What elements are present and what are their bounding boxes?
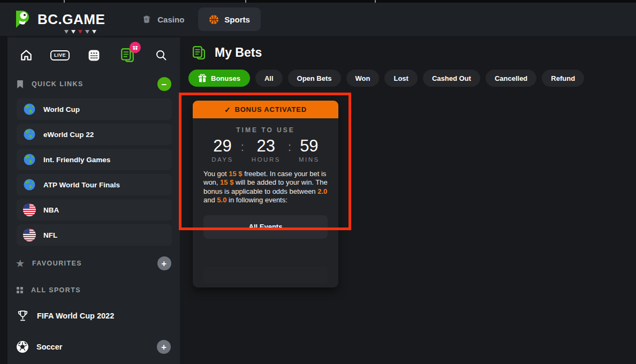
- expand-soccer-button[interactable]: +: [157, 340, 171, 354]
- favourites-header: ★ FAVOURITES +: [7, 256, 180, 270]
- odds-max: 5.0: [217, 196, 226, 204]
- tab-casino[interactable]: Casino: [131, 7, 195, 31]
- countdown-days: 29 DAYS: [211, 138, 233, 163]
- casino-cards-icon: [141, 14, 152, 25]
- all-sports-header: ALL SPORTS: [7, 286, 180, 294]
- filter-chips: Bonuses All Open Bets Won Lost Cashed Ou…: [188, 70, 584, 87]
- all-sports-label: ALL SPORTS: [31, 286, 81, 294]
- time-to-use-label: TIME TO USE: [193, 126, 338, 134]
- all-events-button[interactable]: All Events: [203, 215, 328, 239]
- days-label: DAYS: [211, 156, 233, 163]
- filter-label: Won: [355, 74, 370, 82]
- bonus-countdown: 29 DAYS : 23 HOURS : 59 MINS: [193, 138, 338, 163]
- tab-casino-label: Casino: [157, 15, 184, 24]
- quick-link-label: World Cup: [43, 105, 80, 113]
- logo-text: BC.GAME: [37, 11, 105, 28]
- bonus-activated-banner: ✓ BONUS ACTIVATED: [193, 101, 338, 118]
- globe-icon: [23, 178, 36, 191]
- bcgame-logo-icon: [12, 9, 33, 30]
- sidebar-item-nba[interactable]: NBA: [17, 199, 172, 221]
- hours-value: 23: [252, 138, 281, 155]
- quick-link-label: Int. Friendly Games: [43, 156, 110, 164]
- bonus-card: ✓ BONUS ACTIVATED TIME TO USE 29 DAYS : …: [193, 101, 338, 287]
- sidebar-icon-nav: LIVE: [7, 37, 180, 64]
- win-amount: 15 $: [220, 178, 233, 186]
- sidebar-item-nfl[interactable]: NFL: [17, 224, 172, 246]
- quick-link-label: eWorld Cup 22: [43, 131, 94, 139]
- filter-label: Bonuses: [211, 74, 240, 82]
- odds-min: 2.0: [317, 187, 327, 195]
- tab-sports[interactable]: Sports: [198, 7, 261, 31]
- sidebar-item-int-friendly-games[interactable]: Int. Friendly Games: [17, 149, 172, 170]
- sidebar-item-fifa-world-cup-2022[interactable]: FIFA World Cup 2022: [7, 309, 180, 323]
- filter-open-bets[interactable]: Open Bets: [288, 70, 341, 87]
- grid-icon: [16, 286, 24, 294]
- mins-value: 59: [299, 138, 320, 155]
- globe-icon: [23, 128, 36, 141]
- days-value: 29: [211, 138, 233, 155]
- check-icon: ✓: [224, 105, 231, 114]
- page-title-text: My Bets: [215, 46, 262, 60]
- gift-notification-badge: [130, 42, 141, 53]
- us-flag-icon: [23, 229, 36, 241]
- sidebar-item-atp-world-tour-finals[interactable]: ATP World Tour Finals: [17, 174, 172, 195]
- sidebar-item-soccer[interactable]: Soccer +: [7, 340, 180, 354]
- filter-bonuses[interactable]: Bonuses: [188, 70, 250, 87]
- filter-cashed-out[interactable]: Cashed Out: [423, 70, 480, 87]
- quick-links-list: World Cup eWorld Cup 22 Int. Friendly Ga…: [7, 91, 180, 246]
- tab-sports-label: Sports: [224, 15, 250, 24]
- filter-refund[interactable]: Refund: [542, 70, 584, 87]
- quick-link-label: ATP World Tour Finals: [43, 181, 120, 189]
- soccer-ball-icon: [16, 340, 29, 353]
- quick-links-label: QUICK LINKS: [32, 80, 84, 88]
- live-icon[interactable]: LIVE: [51, 46, 69, 64]
- countdown-separator: :: [241, 141, 244, 153]
- filter-lost[interactable]: Lost: [384, 70, 417, 87]
- filter-won[interactable]: Won: [346, 70, 380, 87]
- filter-cancelled[interactable]: Cancelled: [486, 70, 536, 87]
- countdown-hours: 23 HOURS: [252, 138, 281, 163]
- gift-icon: [198, 74, 207, 82]
- trophy-icon: [16, 309, 29, 323]
- countdown-mins: 59 MINS: [299, 138, 320, 163]
- filter-label: Open Bets: [297, 74, 332, 82]
- page-title: My Bets: [192, 45, 262, 60]
- filter-label: Cashed Out: [432, 74, 471, 82]
- bonus-description: You got 15 $ freebet. In case your bet i…: [203, 170, 328, 205]
- favourites-label: FAVOURITES: [32, 260, 82, 267]
- topbar: BC.GAME Casino Sports: [0, 3, 636, 36]
- globe-icon: [23, 153, 36, 166]
- filter-label: All: [264, 74, 274, 82]
- quick-links-header: QUICK LINKS –: [7, 77, 180, 91]
- mins-label: MINS: [299, 156, 320, 163]
- quick-link-label: NBA: [43, 206, 59, 214]
- bookmark-icon: [16, 80, 24, 89]
- bcgame-logo[interactable]: BC.GAME: [12, 9, 105, 30]
- schedule-calendar-icon[interactable]: [85, 46, 103, 64]
- filter-label: Cancelled: [495, 74, 527, 82]
- add-favourite-button[interactable]: +: [157, 256, 171, 270]
- sidebar-item-world-cup[interactable]: World Cup: [17, 98, 172, 120]
- left-gutter: [0, 36, 7, 364]
- card-footer-area: [203, 267, 328, 283]
- us-flag-icon: [23, 203, 36, 216]
- globe-icon: [23, 103, 36, 116]
- sidebar-item-eworld-cup[interactable]: eWorld Cup 22: [17, 124, 172, 145]
- search-icon[interactable]: [152, 46, 170, 64]
- collapse-quick-links-button[interactable]: –: [157, 77, 171, 91]
- my-bets-icon: [192, 45, 206, 60]
- live-icon-label: LIVE: [50, 50, 70, 60]
- filter-all[interactable]: All: [255, 70, 283, 87]
- freebet-amount: 15 $: [229, 170, 242, 178]
- home-icon[interactable]: [17, 46, 35, 64]
- bet-slips-icon[interactable]: [118, 46, 137, 64]
- filter-label: Lost: [393, 74, 408, 82]
- bonus-activated-label: BONUS ACTIVATED: [234, 105, 307, 113]
- hours-label: HOURS: [252, 156, 281, 163]
- sport-item-label: Soccer: [36, 343, 62, 351]
- logo-garland: [64, 30, 96, 34]
- quick-link-label: NFL: [43, 231, 57, 239]
- basketball-icon: [209, 14, 219, 25]
- filter-label: Refund: [551, 74, 575, 82]
- sport-item-label: FIFA World Cup 2022: [37, 312, 114, 320]
